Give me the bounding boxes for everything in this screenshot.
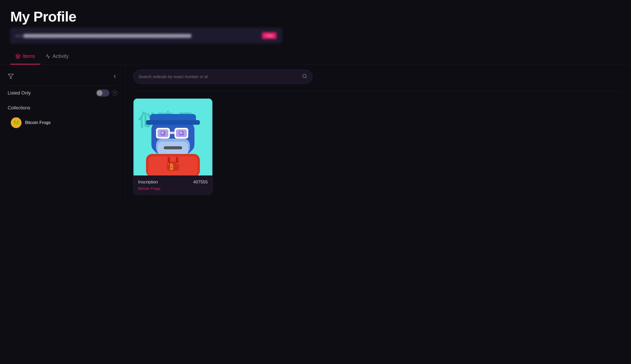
svg-marker-0 <box>16 54 20 56</box>
sidebar-header <box>8 70 118 83</box>
svg-rect-20 <box>180 132 182 134</box>
listed-only-toggle[interactable] <box>96 89 109 97</box>
svg-rect-29 <box>176 157 178 163</box>
collections-section: Collections 🐸 Bitcoin Frogs <box>8 105 118 131</box>
tab-activity[interactable]: Activity <box>40 49 74 65</box>
activity-icon <box>45 54 50 59</box>
nft-card-0[interactable]: 似 建 云 <box>133 98 213 195</box>
nft-number: 407555 <box>193 180 208 185</box>
address-text: bc1p████████████████████████████████████… <box>16 34 259 38</box>
listed-only-filter: Listed Only ? <box>8 86 118 100</box>
filter-controls: ? <box>96 89 118 97</box>
tab-items[interactable]: Items <box>10 49 40 65</box>
tab-activity-label: Activity <box>53 53 69 59</box>
nft-collection: Bitcoin Frogs <box>138 186 208 191</box>
collection-avatar: 🐸 <box>11 117 22 128</box>
sidebar: Listed Only ? Collections 🐸 Bitcoin Frog… <box>0 65 126 200</box>
svg-point-2 <box>303 74 306 78</box>
svg-rect-22 <box>146 120 200 125</box>
toggle-slider <box>96 89 109 97</box>
svg-rect-31 <box>177 163 178 164</box>
copy-address-button[interactable]: Copy <box>262 32 276 39</box>
filter-label: Listed Only <box>8 90 31 96</box>
svg-rect-30 <box>168 163 169 164</box>
help-icon[interactable]: ? <box>112 90 118 96</box>
nft-image: 似 建 云 <box>133 99 212 175</box>
frog-svg: 似 建 云 <box>133 99 212 175</box>
collections-title: Collections <box>8 105 118 111</box>
header: My Profile bc1p█████████████████████████… <box>0 0 631 48</box>
nft-top-row: Inscription 407555 <box>138 180 208 185</box>
page-wrapper: My Profile bc1p█████████████████████████… <box>0 0 631 200</box>
search-icon <box>302 74 307 80</box>
filter-icon <box>8 73 14 79</box>
content-area: 似 建 云 <box>126 65 631 200</box>
tabs: Items Activity <box>0 48 631 65</box>
svg-rect-19 <box>161 132 164 134</box>
layers-icon <box>15 54 20 59</box>
svg-rect-16 <box>170 132 174 134</box>
svg-rect-23 <box>164 146 182 149</box>
svg-text:₿: ₿ <box>170 163 173 171</box>
divider <box>133 91 623 91</box>
svg-marker-1 <box>8 74 13 79</box>
tab-items-label: Items <box>23 53 35 59</box>
nft-grid: 似 建 云 <box>133 98 623 195</box>
page-title: My Profile <box>10 8 621 25</box>
collection-name: Bitcoin Frogs <box>25 120 50 125</box>
main-layout: Listed Only ? Collections 🐸 Bitcoin Frog… <box>0 65 631 200</box>
nft-label: Inscription <box>138 180 158 185</box>
svg-rect-28 <box>168 157 170 163</box>
collapse-sidebar-button[interactable] <box>112 74 118 79</box>
address-bar: bc1p████████████████████████████████████… <box>10 28 282 43</box>
svg-line-3 <box>306 77 307 78</box>
search-input[interactable] <box>139 75 299 79</box>
filter-icon-button[interactable] <box>8 73 14 79</box>
collection-item-bitcoin-frogs[interactable]: 🐸 Bitcoin Frogs <box>8 115 118 131</box>
search-bar <box>133 70 313 84</box>
chevron-left-icon <box>112 74 118 79</box>
nft-info: Inscription 407555 Bitcoin Frogs <box>133 175 212 195</box>
